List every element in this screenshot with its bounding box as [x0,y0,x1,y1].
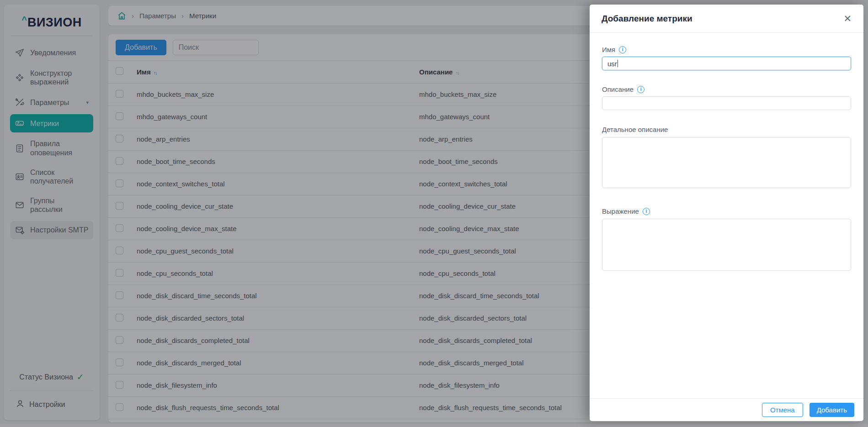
info-icon[interactable]: i [619,46,626,53]
drawer-body: Имя i usr Описание i Детальное описание … [590,33,863,398]
description-field-label: Описание i [602,85,851,93]
name-field-label: Имя i [602,46,851,53]
drawer-title: Добавление метрики [602,14,692,24]
expression-field-label: Выражение i [602,207,851,215]
text-cursor [618,60,618,67]
cancel-button[interactable]: Отмена [762,403,803,417]
drawer-header: Добавление метрики ✕ [590,5,863,33]
add-metric-drawer: Добавление метрики ✕ Имя i usr Описание … [590,5,863,421]
submit-button[interactable]: Добавить [809,403,854,417]
info-icon[interactable]: i [637,86,644,93]
drawer-footer: Отмена Добавить [590,398,863,421]
close-icon[interactable]: ✕ [843,14,852,23]
detail-field-label: Детальное описание [602,126,851,133]
expression-field[interactable] [602,219,851,271]
name-field[interactable]: usr [602,57,851,70]
detail-description-field[interactable] [602,137,851,188]
description-field[interactable] [602,96,851,110]
info-icon[interactable]: i [643,208,650,215]
